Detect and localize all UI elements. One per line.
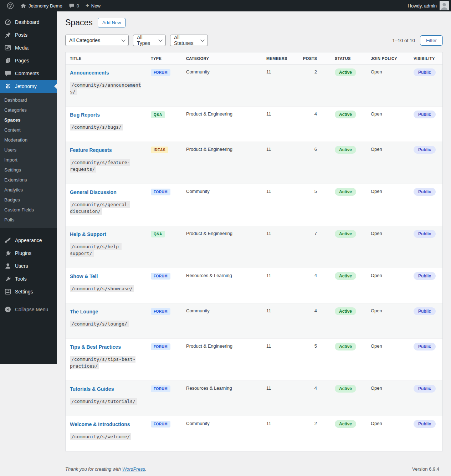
space-slug-wrap: /community/s/feature-requests/ — [70, 159, 143, 173]
sidebar-subitem-dashboard[interactable]: Dashboard — [0, 95, 57, 105]
posts-cell: 4 — [303, 381, 317, 416]
wrench-icon — [4, 275, 11, 282]
space-slug-wrap: /community/s/announcements/ — [70, 82, 143, 95]
sidebar-subitem-moderation[interactable]: Moderation — [0, 135, 57, 145]
sidebar-subitem-content[interactable]: Content — [0, 125, 57, 135]
status-cell: Active — [317, 65, 371, 107]
space-title-link[interactable]: Tips & Best Practices — [70, 343, 121, 350]
home-icon — [20, 3, 26, 9]
space-title-link[interactable]: Show & Tell — [70, 273, 98, 280]
sidebar-item-media[interactable]: Media — [0, 41, 57, 54]
categories-filter-select[interactable]: All Categories — [65, 35, 129, 46]
visibility-badge: Public — [414, 385, 436, 393]
sidebar-subitem-import[interactable]: Import — [0, 155, 57, 165]
comments-count: 0 — [77, 3, 79, 9]
categories-filter-value: All Categories — [69, 37, 100, 43]
sidebar-item-tools[interactable]: Tools — [0, 272, 57, 285]
space-slug-wrap: /community/s/general-discussion/ — [70, 201, 143, 215]
type-badge: Q&A — [151, 111, 165, 118]
site-name-link[interactable]: Jetonomy Demo — [17, 0, 66, 11]
status-cell: Active — [317, 416, 371, 451]
filter-button[interactable]: Filter — [420, 35, 443, 46]
status-cell: Active — [317, 226, 371, 268]
sidebar-item-appearance[interactable]: Appearance — [0, 234, 57, 247]
types-filter-select[interactable]: All Types — [133, 35, 166, 46]
sidebar-item-comments[interactable]: Comments — [0, 67, 57, 80]
howdy-admin-menu[interactable]: Howdy, admin — [408, 3, 437, 9]
visibility-cell: Public — [414, 416, 443, 451]
avatar[interactable] — [440, 1, 449, 10]
visibility-cell: Public — [414, 107, 443, 142]
members-cell: 11 — [266, 339, 303, 381]
sidebar-subitem-categories[interactable]: Categories — [0, 105, 57, 115]
status-badge: Active — [335, 188, 356, 196]
space-title-link[interactable]: Welcome & Introductions — [70, 421, 130, 428]
visibility-badge: Public — [414, 307, 436, 315]
space-title-link[interactable]: The Lounge — [70, 308, 98, 315]
space-title-link[interactable]: Bug Reports — [70, 111, 100, 118]
comment-bubble-icon — [69, 3, 75, 9]
sidebar-item-posts[interactable]: Posts — [0, 29, 57, 41]
space-title-link[interactable]: Help & Support — [70, 231, 106, 238]
space-title-link[interactable]: Feature Requests — [70, 147, 112, 154]
sidebar-subitem-settings[interactable]: Settings — [0, 165, 57, 175]
sidebar-item-settings[interactable]: Settings — [0, 285, 57, 298]
type-badge: Q&A — [151, 231, 165, 237]
sidebar-item-label: Media — [15, 45, 29, 51]
status-cell: Active — [317, 268, 371, 303]
space-slug-wrap: /community/s/help-support/ — [70, 243, 143, 257]
column-header-category: Category — [186, 52, 266, 65]
sidebar-item-users[interactable]: Users — [0, 260, 57, 272]
table-row: The Lounge /community/s/lounge/ Forum Co… — [66, 303, 443, 339]
sidebar-subitem-spaces[interactable]: Spaces — [0, 115, 57, 125]
title-cell: Tips & Best Practices /community/s/tips-… — [66, 339, 151, 381]
sidebar-subitem-users[interactable]: Users — [0, 145, 57, 155]
type-badge: Forum — [151, 343, 170, 350]
sidebar-item-plugins[interactable]: Plugins — [0, 247, 57, 260]
status-cell: Active — [317, 184, 371, 226]
wordpress-logo-menu[interactable] — [4, 0, 17, 11]
space-title-link[interactable]: Announcements — [70, 69, 109, 76]
new-label: New — [91, 3, 101, 9]
table-row: Welcome & Introductions /community/s/wel… — [66, 416, 443, 451]
wordpress-link[interactable]: WordPress — [122, 466, 145, 472]
sidebar-subitem-polls[interactable]: Polls — [0, 215, 57, 225]
category-cell: Resources & Learning — [186, 268, 266, 303]
join-policy-cell: Open — [371, 268, 414, 303]
sidebar-subitem-custom-fields[interactable]: Custom Fields — [0, 205, 57, 215]
sidebar-subitem-analytics[interactable]: Analytics — [0, 185, 57, 195]
category-cell: Product & Engineering — [186, 142, 266, 184]
add-new-button[interactable]: Add New — [98, 18, 126, 27]
members-cell: 11 — [266, 107, 303, 142]
status-badge: Active — [335, 343, 356, 350]
type-cell: Forum — [151, 339, 186, 381]
admin-footer: Thank you for creating with WordPress. V… — [65, 466, 443, 476]
status-badge: Active — [335, 420, 356, 428]
join-policy-cell: Open — [371, 339, 414, 381]
collapse-menu-button[interactable]: Collapse Menu — [0, 303, 57, 316]
statuses-filter-select[interactable]: All Statuses — [170, 35, 208, 46]
sidebar-subitem-badges[interactable]: Badges — [0, 195, 57, 205]
space-title-link[interactable]: General Discussion — [70, 189, 117, 196]
join-policy-cell: Open — [371, 65, 414, 107]
admin-bar: Jetonomy Demo 0 + New Howdy, admin — [0, 0, 451, 11]
sidebar-item-jetonomy[interactable]: Jetonomy — [0, 80, 57, 93]
posts-cell: 5 — [303, 184, 317, 226]
visibility-badge: Public — [414, 111, 436, 118]
sidebar-item-dashboard[interactable]: Dashboard — [0, 16, 57, 29]
space-title-link[interactable]: Tutorials & Guides — [70, 385, 114, 393]
visibility-cell: Public — [414, 303, 443, 339]
comments-shortcut[interactable]: 0 — [66, 0, 82, 11]
table-row: General Discussion /community/s/general-… — [66, 184, 443, 226]
new-content-menu[interactable]: + New — [82, 0, 104, 11]
chevron-down-icon — [200, 38, 204, 42]
column-header-visibility: Visibility — [414, 52, 443, 65]
sidebar-subitem-extensions[interactable]: Extensions — [0, 175, 57, 185]
status-cell: Active — [317, 107, 371, 142]
column-header-status: Status — [317, 52, 371, 65]
status-badge: Active — [335, 385, 356, 393]
sidebar-item-pages[interactable]: Pages — [0, 54, 57, 67]
sliders-icon — [4, 288, 11, 295]
join-policy-cell: Open — [371, 303, 414, 339]
collapse-arrow-icon — [4, 306, 11, 313]
